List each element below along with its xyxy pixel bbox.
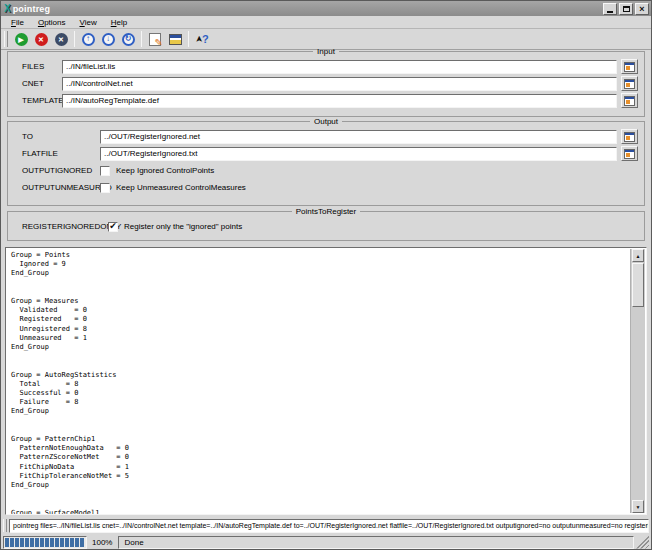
up-arrow-icon: ↑ <box>82 33 95 46</box>
progress-bar <box>3 536 87 549</box>
files-browse-button[interactable] <box>621 59 638 74</box>
previous-history-button[interactable]: ↑ <box>78 30 98 49</box>
flatfile-browse-button[interactable] <box>621 146 638 161</box>
cnet-input[interactable]: ../IN/controlNet.net <box>62 77 617 91</box>
menu-file[interactable]: File <box>5 17 30 28</box>
outputignored-checkbox[interactable] <box>100 166 110 176</box>
outputignored-label: OUTPUTIGNORED <box>14 166 100 175</box>
cursor-arrow-icon: ➤ <box>194 35 204 43</box>
files-input[interactable]: ../IN/fileList.lis <box>62 60 617 74</box>
registerignoredonly-checkbox[interactable]: ✔ <box>108 222 118 232</box>
run-button[interactable]: ▶ <box>11 30 31 49</box>
log-output-area[interactable]: Group = Points Ignored = 9 End_Group Gro… <box>5 247 647 515</box>
to-label: TO <box>14 132 100 141</box>
app-icon: X <box>4 4 11 14</box>
scroll-up-button[interactable]: ▲ <box>632 249 644 262</box>
registerignoredonly-label: REGISTERIGNOREDONLY <box>14 222 108 231</box>
title-bar[interactable]: X pointreg × <box>1 1 651 16</box>
pencil-icon: ✎ <box>155 38 163 48</box>
scroll-down-icon: ▼ <box>636 504 641 510</box>
scroll-down-button[interactable]: ▼ <box>632 500 644 513</box>
menu-help[interactable]: Help <box>105 17 133 28</box>
command-bar: pointreg files=../IN/fileList.lis cnet=.… <box>3 518 649 533</box>
outputunmeasured-text: Keep Unmeasured ControlMeasures <box>116 183 246 192</box>
cnet-browse-button[interactable] <box>621 76 638 91</box>
exit-button[interactable]: ✕ <box>51 30 71 49</box>
flatfile-label: FLATFILE <box>14 149 100 158</box>
files-row: FILES ../IN/fileList.lis <box>14 59 638 74</box>
file-dialog-icon <box>624 79 635 89</box>
whats-this-button[interactable]: ➤ ? <box>192 30 212 49</box>
window-panel-icon <box>169 34 182 45</box>
output-legend: Output <box>310 117 342 126</box>
vertical-scrollbar[interactable]: ▲ ▼ <box>630 249 645 513</box>
toolbar-separator <box>74 31 75 47</box>
maximize-icon <box>623 6 630 12</box>
stop-icon: ✕ <box>35 33 48 46</box>
toolbar-separator <box>141 31 142 47</box>
cnet-value: ../IN/controlNet.net <box>66 79 133 88</box>
cnet-label: CNET <box>14 79 62 88</box>
to-row: TO ../OUT/RegisterIgnored.net <box>14 129 638 144</box>
maximize-button[interactable] <box>619 3 633 15</box>
status-bar: 100% Done <box>3 535 649 549</box>
close-button[interactable]: × <box>635 3 649 15</box>
template-row: TEMPLATE ../IN/autoRegTemplate.def <box>14 93 638 108</box>
points-to-register-group: PointsToRegister REGISTERIGNOREDONLY ✔ R… <box>7 207 645 241</box>
edit-log-icon: ✎ <box>149 33 161 46</box>
outputunmeasured-row: OUTPUTUNMEASURED Keep Unmeasured Control… <box>14 180 638 195</box>
command-bar-handle[interactable] <box>3 519 7 532</box>
minimize-button[interactable] <box>603 3 617 15</box>
file-dialog-icon <box>624 149 635 159</box>
run-icon: ▶ <box>15 33 28 46</box>
command-line-text: pointreg files=../IN/fileList.lis cnet=.… <box>13 522 649 529</box>
cnet-row: CNET ../IN/controlNet.net <box>14 76 638 91</box>
close-icon: × <box>639 5 644 13</box>
menu-options[interactable]: Options <box>32 17 72 28</box>
exit-icon: ✕ <box>55 33 68 46</box>
file-dialog-icon <box>624 62 635 72</box>
flatfile-value: ../OUT/RegisterIgnored.txt <box>104 149 197 158</box>
command-line-field[interactable]: pointreg files=../IN/fileList.lis cnet=.… <box>9 519 649 533</box>
template-input[interactable]: ../IN/autoRegTemplate.def <box>62 94 617 108</box>
file-dialog-icon <box>624 96 635 106</box>
stop-button[interactable]: ✕ <box>31 30 51 49</box>
output-group: Output TO ../OUT/RegisterIgnored.net FLA… <box>7 117 645 206</box>
flatfile-row: FLATFILE ../OUT/RegisterIgnored.txt <box>14 146 638 161</box>
outputunmeasured-label: OUTPUTUNMEASURED <box>14 183 100 192</box>
scroll-up-icon: ▲ <box>636 253 641 259</box>
registerignoredonly-text: Register only the "ignored" points <box>124 222 242 231</box>
down-arrow-icon: ↓ <box>102 33 115 46</box>
template-browse-button[interactable] <box>621 93 638 108</box>
status-message-panel: Done <box>118 536 634 549</box>
log-text: Group = Points Ignored = 9 End_Group Gro… <box>6 248 646 515</box>
menu-view[interactable]: View <box>74 17 103 28</box>
window-controls: × <box>603 3 649 15</box>
points-to-register-legend: PointsToRegister <box>292 207 360 216</box>
files-label: FILES <box>14 62 62 71</box>
input-group: Input FILES ../IN/fileList.lis CNET ../I… <box>7 47 645 117</box>
template-value: ../IN/autoRegTemplate.def <box>66 96 159 105</box>
to-browse-button[interactable] <box>621 129 638 144</box>
next-history-button[interactable]: ↓ <box>98 30 118 49</box>
files-value: ../IN/fileList.lis <box>66 62 115 71</box>
pointreg-window: X pointreg × File Options View Help ▶ ✕ … <box>0 0 652 550</box>
outputunmeasured-checkbox[interactable] <box>100 183 110 193</box>
toolbar-handle[interactable] <box>4 31 8 47</box>
redo-icon: ↻ <box>122 33 135 46</box>
to-value: ../OUT/RegisterIgnored.net <box>104 132 200 141</box>
template-label: TEMPLATE <box>14 96 62 105</box>
outputignored-text: Keep Ignored ControlPoints <box>116 166 214 175</box>
reset-button[interactable]: ↻ <box>118 30 138 49</box>
flatfile-input[interactable]: ../OUT/RegisterIgnored.txt <box>100 147 617 161</box>
scrollbar-thumb[interactable] <box>632 263 644 307</box>
status-message: Done <box>124 538 143 547</box>
file-dialog-icon <box>624 132 635 142</box>
toolbar-separator <box>188 31 189 47</box>
outputignored-row: OUTPUTIGNORED Keep Ignored ControlPoints <box>14 163 638 178</box>
save-log-button[interactable]: ✎ <box>145 30 165 49</box>
to-input[interactable]: ../OUT/RegisterIgnored.net <box>100 130 617 144</box>
resize-grip[interactable] <box>636 536 649 549</box>
show-controls-button[interactable] <box>165 30 185 49</box>
check-icon: ✔ <box>109 222 117 231</box>
